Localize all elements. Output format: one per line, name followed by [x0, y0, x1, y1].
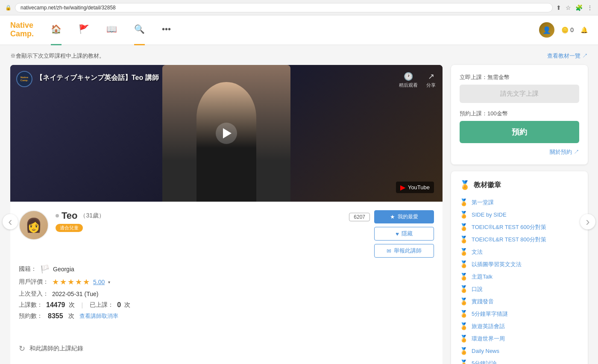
booking-card: 立即上課：無需金幣 請先文字上課 預約上課：100金幣 預約 關於預約 ↗ — [451, 65, 588, 164]
material-link-12[interactable]: Daily News — [472, 348, 499, 354]
reservation-label: 預約數： — [19, 312, 43, 320]
nav-materials[interactable]: 📖 — [106, 24, 117, 36]
cancel-link[interactable]: 查看講師取消率 — [79, 312, 118, 320]
nav-more[interactable]: ••• — [162, 24, 171, 36]
material-item: 🏅 TOEIC®L&R TEST 600分對策 — [460, 221, 579, 233]
browser-bar: 🔒 nativecamp.net/zh-tw/waiting/detail/32… — [0, 0, 598, 15]
materials-header: 🏅 教材徽章 — [460, 180, 579, 190]
material-link-4[interactable]: 文法 — [472, 248, 483, 256]
material-item: 🏅 環遊世界一周 — [460, 332, 579, 345]
view-all-link[interactable]: 查看教材一覽 ↗ — [547, 52, 588, 60]
material-link-0[interactable]: 第一堂課 — [472, 199, 494, 206]
extension-icon[interactable]: 🧩 — [575, 4, 583, 11]
reserve-link-container: 關於預約 ↗ — [460, 148, 579, 156]
watch-later-btn[interactable]: 🕐 稍后观看 — [399, 72, 418, 88]
user-avatar[interactable]: 👤 — [539, 22, 554, 38]
prev-arrow[interactable]: ‹ — [3, 214, 18, 229]
rating-value[interactable]: 5.00 — [93, 279, 105, 285]
instant-lesson-button[interactable]: 請先文字上課 — [460, 85, 579, 103]
material-item: 🏅 TOEIC®L&R TEST 800分對策 — [460, 233, 579, 246]
hide-button[interactable]: ♥ 隱藏 — [374, 227, 434, 241]
material-item: 🏅 SIDE by SIDE — [460, 208, 579, 221]
material-link-1[interactable]: SIDE by SIDE — [472, 211, 507, 218]
material-link-9[interactable]: 5分鐘單字猜謎 — [472, 310, 508, 318]
material-medal-icon: 🏅 — [460, 260, 468, 268]
browser-icons: ⬆ ☆ 🧩 ⋮ — [556, 4, 593, 11]
reserve-button[interactable]: 預約 — [460, 121, 579, 143]
materials-list: 🏅 第一堂課 🏅 SIDE by SIDE 🏅 TOEIC®L&R TEST 6… — [460, 196, 579, 364]
instant-label: 立即上課：無需金幣 — [460, 73, 579, 81]
taken-label: 已上課： — [90, 301, 114, 309]
coin-count: 🪙 0 — [561, 26, 574, 33]
history-text: 和此講師的上課紀錄 — [29, 345, 83, 352]
reservation-unit: 次 — [68, 312, 74, 320]
top-note: ※會顯示下次立即課程中上課的教材。 — [10, 52, 105, 60]
nav-right: 👤 🪙 0 🔔 — [539, 22, 588, 38]
material-item: 🏅 5分鐘單字猜謎 — [460, 308, 579, 320]
material-medal-icon: 🏅 — [460, 211, 468, 219]
logo[interactable]: Native Camp. — [10, 21, 34, 38]
material-medal-icon: 🏅 — [460, 347, 468, 355]
material-medal-icon: 🏅 — [460, 359, 468, 364]
star-4: ★ — [75, 277, 82, 287]
bell-icon[interactable]: 🔔 — [580, 26, 588, 33]
material-item: 🏅 旅遊英語會話 — [460, 320, 579, 332]
material-link-3[interactable]: TOEIC®L&R TEST 800分對策 — [472, 236, 546, 244]
material-link-10[interactable]: 旅遊英語會話 — [472, 323, 505, 330]
right-panel: 立即上課：無需金幣 請先文字上課 預約上課：100金幣 預約 關於預約 ↗ 🏅 … — [451, 65, 588, 364]
material-medal-icon: 🏅 — [460, 235, 468, 244]
top-bar: ※會顯示下次立即課程中上課的教材。 查看教材一覽 ↗ — [10, 52, 588, 60]
lesson-count-value: 14479 — [46, 301, 65, 309]
report-button[interactable]: ✉ 舉報此講師 — [374, 244, 434, 258]
bookmark-icon[interactable]: ☆ — [566, 4, 571, 11]
material-item: 🏅 實踐發音 — [460, 295, 579, 308]
share-icon[interactable]: ⬆ — [556, 4, 561, 11]
material-link-6[interactable]: 主題Talk — [472, 273, 492, 281]
materials-title: 教材徽章 — [474, 181, 501, 190]
material-item: 🏅 第一堂課 — [460, 196, 579, 208]
left-panel: NativeCamp. 【ネイティブキャンプ英会話】Teo 講師 🕐 稍后观看 — [10, 65, 443, 364]
child-badge: 適合兒童 — [56, 224, 83, 232]
material-medal-icon: 🏅 — [460, 248, 468, 256]
material-link-11[interactable]: 環遊世界一周 — [472, 335, 505, 343]
last-login-label: 上次登入： — [19, 290, 49, 298]
material-link-7[interactable]: 口說 — [472, 285, 483, 293]
share-btn[interactable]: ↗ 分享 — [426, 72, 436, 88]
reservation-row: 預約數： 8355 次 查看講師取消率 — [19, 312, 434, 320]
materials-card: 🏅 教材徽章 🏅 第一堂課 🏅 SIDE by SIDE 🏅 TOEIC®L&R… — [451, 171, 588, 364]
about-reservation-link[interactable]: 關於預約 ↗ — [550, 149, 579, 155]
material-link-2[interactable]: TOEIC®L&R TEST 600分對策 — [472, 223, 546, 231]
material-medal-icon: 🏅 — [460, 285, 468, 293]
youtube-label: YouTube — [408, 184, 430, 191]
lesson-count-unit: 次 — [69, 301, 75, 309]
tutor-age: （31歲） — [80, 212, 105, 220]
material-item: 🏅 文法 — [460, 246, 579, 258]
video-bg: NativeCamp. 【ネイティブキャンプ英会話】Teo 講師 🕐 稍后观看 — [10, 65, 443, 202]
my-favorite-button[interactable]: ★ 我的最愛 — [374, 210, 434, 223]
rating-row: 用戶評價： ★ ★ ★ ★ ★ 5.00 ▾ — [19, 277, 434, 287]
star-3: ★ — [67, 277, 74, 287]
video-container: NativeCamp. 【ネイティブキャンプ英会話】Teo 講師 🕐 稍后观看 — [10, 65, 443, 202]
stars: ★ ★ ★ ★ ★ — [52, 277, 90, 287]
material-medal-icon: 🏅 — [460, 310, 468, 318]
nav-search[interactable]: 🔍 — [134, 24, 145, 36]
play-button[interactable] — [216, 123, 237, 144]
history-section: ↻ 和此講師的上課紀錄 — [10, 337, 443, 360]
next-arrow[interactable]: › — [580, 214, 595, 229]
material-link-8[interactable]: 實踐發音 — [472, 298, 494, 305]
count-and-favorite: 6207 ★ 我的最愛 — [349, 210, 434, 223]
menu-icon[interactable]: ⋮ — [587, 4, 593, 11]
rating-dropdown-icon[interactable]: ▾ — [108, 280, 110, 285]
material-item: 🏅 5分鐘討論 — [460, 357, 579, 364]
material-medal-icon: 🏅 — [460, 322, 468, 330]
material-link-13[interactable]: 5分鐘討論 — [472, 360, 497, 364]
nav-lessons[interactable]: 🚩 — [79, 24, 89, 36]
watch-later-label: 稍后观看 — [399, 82, 418, 88]
nav-home[interactable]: 🏠 — [51, 24, 62, 36]
lesson-count-label: 上課數： — [19, 301, 43, 309]
browser-url[interactable]: nativecamp.net/zh-tw/waiting/detail/3285… — [15, 3, 553, 12]
material-link-5[interactable]: 以插圖學習英文文法 — [472, 261, 522, 268]
my-favorite-label: 我的最愛 — [398, 213, 418, 220]
tutor-name: Teo — [62, 210, 77, 221]
reserve-label: 預約上課：100金幣 — [460, 110, 579, 117]
